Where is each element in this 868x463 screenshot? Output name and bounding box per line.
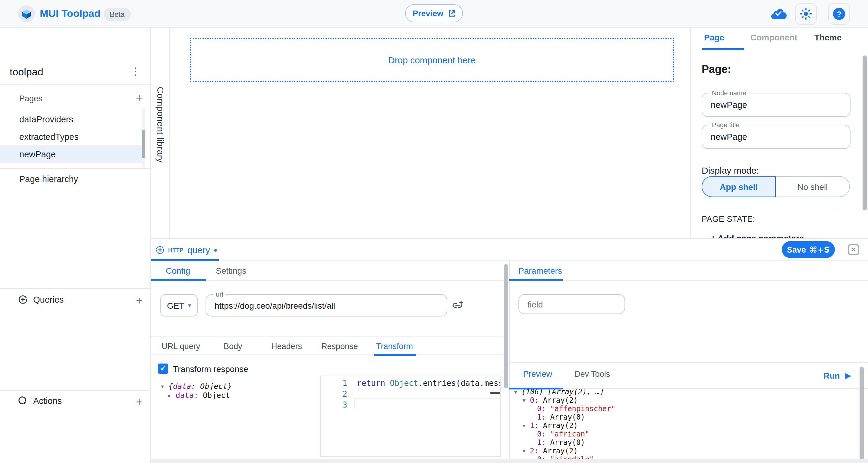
node-name-field[interactable]: Node name (702, 93, 850, 117)
http-query-icon (156, 245, 164, 254)
inspector-heading: Page: (702, 63, 731, 76)
query-tab[interactable]: HTTP query ● (156, 245, 217, 255)
tab-response[interactable]: Response (321, 342, 358, 351)
tree-row[interactable]: ▼ 2: Array(2) (523, 447, 578, 455)
help-button[interactable]: ? (828, 3, 850, 25)
pages-scrollbar-thumb[interactable] (142, 130, 145, 158)
component-library-panel[interactable]: ▶ Component library (151, 28, 170, 238)
tab-headers[interactable]: Headers (271, 342, 302, 351)
add-page-parameters-button[interactable]: + Add page parameters (711, 233, 804, 238)
tab-settings[interactable]: Settings (216, 266, 246, 276)
sidebar-item-dataproviders[interactable]: dataProviders (0, 110, 142, 128)
parameter-input[interactable] (519, 295, 624, 313)
inspector-scrollbar-thumb[interactable] (863, 56, 867, 210)
config-tabs-row: Config Settings (151, 261, 505, 281)
project-menu-button[interactable]: ⋮ (129, 65, 142, 79)
tree-row[interactable]: ▼ (106) [Array(2), …] (514, 390, 604, 396)
add-action-button[interactable]: + (133, 396, 146, 409)
tree-row[interactable]: ▼ 0: Array(2) (523, 396, 578, 404)
method-select[interactable]: GET ▾ (160, 294, 198, 316)
kebab-menu-icon: ⋮ (130, 66, 141, 77)
add-page-button[interactable]: + (133, 92, 146, 105)
parameter-field[interactable] (518, 294, 625, 314)
page-title-field[interactable]: Page title (702, 125, 850, 149)
config-scrollbar-thumb[interactable] (504, 264, 508, 388)
expander-closed-icon[interactable]: ▶ (168, 393, 171, 399)
tab-config[interactable]: Config (166, 266, 190, 276)
actions-section-header: Actions (18, 396, 62, 406)
pages-section-label: Pages (19, 94, 42, 103)
tree-row[interactable]: ▼ 1: Array(2) (523, 422, 578, 430)
tree-row[interactable]: 0: "airedale" (537, 455, 594, 459)
tree-row[interactable]: 0: "african" (537, 430, 589, 438)
tab-page[interactable]: Page (704, 33, 724, 42)
active-config-tab-indicator (151, 279, 206, 281)
tab-preview[interactable]: Preview (523, 370, 552, 379)
query-protocol-label: HTTP (168, 247, 184, 253)
url-field[interactable]: url (206, 294, 447, 316)
transform-code-editor[interactable]: 1 2 3 return Object.entries(data.messag (320, 376, 501, 457)
unsaved-changes-dot: ● (214, 247, 217, 253)
url-input[interactable] (206, 295, 447, 316)
query-editor-panel: HTTP query ● Save ⌘+S × Config Settings … (151, 238, 868, 463)
divider (0, 84, 151, 85)
request-subtabs-row: URL query Body Headers Response Transfor… (151, 336, 505, 355)
tab-transform[interactable]: Transform (376, 342, 413, 351)
app-shell-toggle[interactable]: App shell (702, 176, 776, 197)
preview-button-label: Preview (412, 9, 443, 18)
save-button[interactable]: Save ⌘+S (782, 241, 835, 258)
component-library-label: Component library (156, 87, 166, 163)
add-query-button[interactable]: + (133, 294, 146, 307)
actions-icon (18, 396, 28, 406)
queries-section-label: Queries (33, 295, 64, 304)
no-shell-toggle[interactable]: No shell (776, 176, 850, 197)
transform-response-checkbox[interactable]: ✓ (158, 364, 168, 374)
expander-open-icon[interactable]: ▼ (161, 384, 164, 390)
active-parameters-tab-indicator (509, 279, 563, 281)
parameters-tabs-row: Parameters (509, 261, 868, 281)
result-scrollbar-thumb[interactable] (860, 367, 864, 460)
node-name-input[interactable] (702, 93, 850, 116)
tree-row[interactable]: 1: Array(0) (537, 413, 585, 422)
drop-zone[interactable]: Drop component here (190, 38, 674, 82)
preview-button[interactable]: Preview (405, 4, 463, 22)
tab-body[interactable]: Body (224, 342, 242, 351)
page-state-label: PAGE STATE: (702, 215, 755, 224)
result-json-tree[interactable]: ▼ (106) [Array(2), …] ▼ 0: Array(2) 0: "… (509, 390, 859, 459)
result-tabs-row: Preview Dev Tools Run ▶ (509, 362, 868, 389)
tab-component[interactable]: Component (750, 33, 798, 42)
sidebar: toolpad ⋮ Pages + dataProviders extracte… (0, 28, 151, 463)
close-panel-button[interactable]: × (848, 244, 859, 255)
tab-theme[interactable]: Theme (814, 33, 841, 42)
light-mode-toggle-button[interactable] (795, 3, 817, 25)
current-line-highlight (354, 399, 500, 409)
scope-tree-root[interactable]: ▼ {data: Object} (161, 381, 232, 391)
query-name-label: query (187, 245, 210, 255)
page-title-input[interactable] (702, 125, 850, 148)
sidebar-item-newpage[interactable]: newPage (0, 145, 142, 163)
close-icon: × (851, 245, 856, 254)
drop-zone-hint: Drop component here (388, 55, 475, 65)
tab-dev-tools[interactable]: Dev Tools (575, 370, 610, 379)
page-hierarchy-item[interactable]: Page hierarchy (19, 174, 78, 184)
project-name: toolpad (10, 66, 43, 79)
horizontal-scrollbar[interactable] (151, 459, 868, 463)
tree-row[interactable]: 1: Array(0) (537, 438, 585, 447)
divider (0, 168, 151, 169)
page-title-label: Page title (710, 121, 742, 128)
query-panel-header: HTTP query ● Save ⌘+S × (151, 239, 868, 261)
sidebar-item-extractedtypes[interactable]: extractedTypes (0, 128, 142, 145)
tab-url-query[interactable]: URL query (161, 342, 200, 351)
chevron-down-icon: ▾ (188, 302, 191, 309)
queries-icon (18, 295, 28, 304)
run-button[interactable]: Run ▶ (824, 371, 851, 380)
code-line-1: return Object.entries(data.messag (357, 379, 501, 388)
page-canvas: Drop component here (170, 28, 690, 238)
scope-tree-child[interactable]: ▶ data: Object (168, 391, 230, 400)
tab-parameters[interactable]: Parameters (518, 266, 562, 276)
tree-row[interactable]: 0: "affenpinscher" (537, 404, 615, 413)
cloud-done-icon[interactable] (770, 8, 786, 20)
app-window: MUI Toolpad Beta Preview (0, 0, 868, 463)
plus-icon: + (711, 233, 715, 238)
add-link-icon[interactable] (452, 300, 464, 311)
